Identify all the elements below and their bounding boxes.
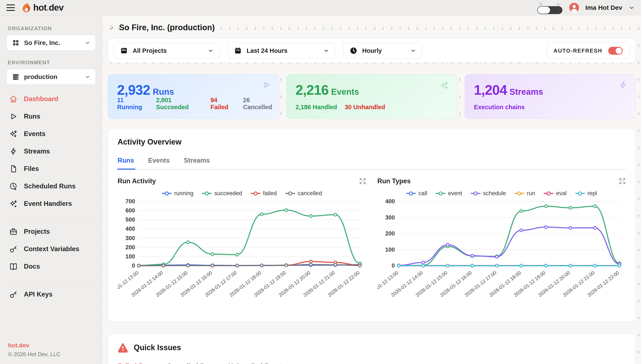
sidebar-item-label: Streams xyxy=(24,148,50,155)
auto-refresh-label: AUTO-REFRESH xyxy=(554,48,602,54)
activity-tabs: Runs Events Streams xyxy=(118,157,626,170)
legend-label: call xyxy=(418,190,427,197)
cancelled-badge: 26 Cancelled xyxy=(243,97,279,111)
user-menu[interactable]: Ima Hot Dev xyxy=(585,4,622,11)
hamburger-menu-icon[interactable] xyxy=(7,4,15,11)
legend-item-cancelled[interactable]: cancelled xyxy=(285,190,322,197)
legend-item-repl[interactable]: repl xyxy=(575,190,597,197)
theme-switch-knob[interactable] xyxy=(538,6,550,14)
tab-cancelled-runs[interactable]: Cancelled Runs xyxy=(167,362,217,364)
legend-item-call[interactable]: call xyxy=(406,190,427,197)
succeeded-badge: 2,801 Succeeded xyxy=(156,97,203,111)
sidebar-item-runs[interactable]: Runs xyxy=(7,108,96,125)
sidebar-item-events[interactable]: Events xyxy=(7,125,96,142)
tab-streams[interactable]: Streams xyxy=(184,157,210,169)
sidebar: ORGANIZATION So Fire, Inc. ENVIRONMENT p… xyxy=(0,15,102,364)
sidebar-item-label: Files xyxy=(24,165,39,173)
org-grid-icon xyxy=(12,39,20,47)
sidebar-item-label: Context Variables xyxy=(24,245,79,253)
chevron-down-icon[interactable] xyxy=(629,5,634,11)
legend-item-failed[interactable]: failed xyxy=(251,190,277,197)
streams-stat-card[interactable]: 1,204Streams Execution chains xyxy=(465,74,635,119)
sidebar-item-dashboard[interactable]: Dashboard xyxy=(7,90,96,108)
bolt-icon xyxy=(9,147,18,156)
auto-refresh-toggle[interactable] xyxy=(608,47,623,55)
time-range-select[interactable]: Last 24 Hours xyxy=(228,43,335,58)
legend-item-run[interactable]: run xyxy=(514,190,535,197)
project-filter-value: All Projects xyxy=(133,47,167,54)
svg-text:500: 500 xyxy=(126,216,135,223)
svg-text:100: 100 xyxy=(385,246,395,253)
brand-logo[interactable]: hot.dev xyxy=(21,2,64,13)
expand-icon[interactable] xyxy=(359,178,366,185)
legend-item-event[interactable]: event xyxy=(436,190,462,197)
sidebar-item-scheduled-runs[interactable]: Scheduled Runs xyxy=(7,178,96,195)
run-activity-chart: Run Activity runningsucceededfailedcance… xyxy=(118,177,366,312)
theme-toggle[interactable] xyxy=(537,1,563,14)
legend-item-schedule[interactable]: schedule xyxy=(471,190,506,197)
chevron-down-icon xyxy=(208,48,213,54)
legend-label: succeeded xyxy=(214,190,242,197)
chevron-down-icon xyxy=(323,48,329,54)
legend-marker-icon xyxy=(251,191,260,196)
theme-switch-track[interactable] xyxy=(537,6,562,14)
legend-marker-icon xyxy=(162,191,172,196)
legend-item-succeeded[interactable]: succeeded xyxy=(202,190,242,197)
runs-unit: Runs xyxy=(153,87,174,96)
file-icon xyxy=(9,164,18,173)
sidebar-item-docs[interactable]: Docs xyxy=(7,258,96,275)
sidebar-item-label: Event Handlers xyxy=(24,200,72,208)
page-title: So Fire, Inc. (production) xyxy=(119,23,215,32)
window-icon xyxy=(120,46,128,55)
avatar[interactable] xyxy=(569,3,579,12)
sidebar-item-projects[interactable]: Projects xyxy=(7,223,96,240)
sidebar-item-label: Projects xyxy=(24,228,50,236)
legend-marker-icon xyxy=(202,191,212,196)
run-types-chart: Run Types calleventschedulerunevalrepl 0… xyxy=(377,177,626,312)
running-badge: 11 Running xyxy=(117,97,148,111)
organization-select[interactable]: So Fire, Inc. xyxy=(7,35,96,51)
briefcase-icon xyxy=(9,227,18,236)
sparkles-icon xyxy=(9,130,18,138)
divider xyxy=(7,218,96,218)
environment-label: ENVIRONMENT xyxy=(8,60,96,66)
environment-select[interactable]: production xyxy=(7,69,96,85)
project-filter-select[interactable]: All Projects xyxy=(114,43,220,58)
activity-overview-title: Activity Overview xyxy=(118,138,626,146)
sidebar-item-context-variables[interactable]: Context Variables xyxy=(7,240,96,258)
clock-icon xyxy=(349,46,358,55)
chart-plot-area: 01002003004002026-01-12 13:002026-01-12 … xyxy=(377,198,626,312)
quick-issues-tabs: Failed Runs Cancelled Runs Unhandled Eve… xyxy=(118,362,626,364)
chart-legend: calleventschedulerunevalrepl xyxy=(377,190,626,197)
sidebar-item-api-keys[interactable]: API Keys xyxy=(7,286,96,303)
sidebar-item-streams[interactable]: Streams xyxy=(7,142,96,160)
organization-label: ORGANIZATION xyxy=(8,26,96,32)
bolt-icon xyxy=(619,80,627,90)
legend-label: cancelled xyxy=(298,190,322,197)
legend-item-running[interactable]: running xyxy=(162,190,193,197)
events-stat-card[interactable]: 2,216Events 2,186 Handled 30 Unhandled xyxy=(286,74,457,119)
legend-item-eval[interactable]: eval xyxy=(544,190,567,197)
tab-runs[interactable]: Runs xyxy=(118,157,134,169)
tab-failed-runs[interactable]: Failed Runs xyxy=(118,362,155,364)
sidebar-item-files[interactable]: Files xyxy=(7,160,96,178)
legend-marker-icon xyxy=(544,191,553,196)
runs-stat-card[interactable]: 2,932Runs 11 Running 2,801 Succeeded 94 … xyxy=(108,74,279,119)
granularity-select[interactable]: Hourly xyxy=(343,43,422,58)
sidebar-item-event-handlers[interactable]: Event Handlers xyxy=(7,195,96,212)
execution-chains-badge: Execution chains xyxy=(474,104,525,111)
divider xyxy=(7,280,96,280)
organization-value: So Fire, Inc. xyxy=(24,39,60,46)
tab-unhandled-events[interactable]: Unhandled Events xyxy=(228,362,286,364)
legend-marker-icon xyxy=(471,191,480,196)
svg-text:300: 300 xyxy=(385,214,395,221)
breadcrumb: So Fire, Inc. (production) xyxy=(109,23,634,32)
expand-icon[interactable] xyxy=(619,178,626,185)
footer-brand[interactable]: hot.dev xyxy=(8,342,94,349)
tab-events[interactable]: Events xyxy=(148,157,170,169)
streams-unit: Streams xyxy=(509,87,543,96)
legend-label: run xyxy=(527,190,535,197)
chart-title: Run Activity xyxy=(118,177,156,185)
svg-text:400: 400 xyxy=(385,198,395,204)
sidebar-item-label: Docs xyxy=(24,263,40,270)
